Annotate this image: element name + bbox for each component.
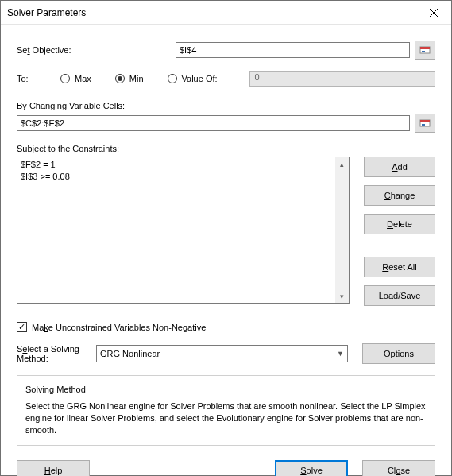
changing-cells-row xyxy=(17,114,435,133)
window-title: Solver Parameters xyxy=(7,7,86,18)
dialog-body: Set Objective: To: Max Min Value Of: xyxy=(1,25,451,452)
set-objective-label: Set Objective: xyxy=(17,45,176,55)
title-bar: Solver Parameters xyxy=(1,1,451,25)
constraints-label: Subject to the Constraints: xyxy=(17,144,435,153)
constraint-item[interactable]: $I$3 >= 0.08 xyxy=(21,171,346,183)
solver-parameters-dialog: { "window": { "title": "Solver Parameter… xyxy=(0,0,452,476)
groupbox-title: Solving Method xyxy=(25,384,427,396)
set-objective-input[interactable] xyxy=(176,42,410,58)
unconstrained-nonnegative-checkbox[interactable] xyxy=(17,322,27,332)
changing-cells-label: By Changing Variable Cells: xyxy=(17,101,435,110)
range-picker-icon xyxy=(419,118,431,129)
svg-rect-6 xyxy=(420,120,430,122)
solving-method-dropdown[interactable]: GRG Nonlinear ▼ xyxy=(96,345,348,362)
solve-button[interactable]: Solve xyxy=(275,460,348,476)
options-button[interactable]: Options xyxy=(362,343,435,364)
radio-max[interactable]: Max xyxy=(60,74,91,83)
help-button[interactable]: Help xyxy=(17,460,90,476)
svg-rect-4 xyxy=(422,51,425,52)
unconstrained-nonnegative-label: Make Unconstrained Variables Non-Negativ… xyxy=(32,323,206,332)
change-button[interactable]: Change xyxy=(364,185,435,206)
close-icon xyxy=(430,9,438,17)
solving-method-groupbox: Solving Method Select the GRG Nonlinear … xyxy=(17,375,435,446)
changing-cells-input[interactable] xyxy=(17,115,410,131)
scrollbar[interactable]: ▴ ▾ xyxy=(335,157,349,303)
objective-range-picker-button[interactable] xyxy=(415,41,435,60)
solving-method-value: GRG Nonlinear xyxy=(100,349,160,358)
radio-icon xyxy=(60,74,70,83)
radio-icon xyxy=(168,74,177,83)
constraint-item[interactable]: $F$2 = 1 xyxy=(21,159,346,171)
value-of-input: 0 xyxy=(249,71,435,87)
svg-rect-7 xyxy=(422,124,425,126)
close-button[interactable]: Close xyxy=(362,460,435,476)
add-button[interactable]: Add xyxy=(364,157,435,177)
constraints-area: $F$2 = 1 $I$3 >= 0.08 ▴ ▾ Add Change Del… xyxy=(17,157,435,314)
svg-rect-3 xyxy=(420,47,430,49)
to-row: To: Max Min Value Of: 0 xyxy=(17,71,435,87)
solving-method-row: Select a Solving Method: GRG Nonlinear ▼… xyxy=(17,343,435,364)
reset-all-button[interactable]: Reset All xyxy=(364,257,435,277)
radio-icon xyxy=(115,74,125,83)
dialog-footer: Help Solve Close xyxy=(1,452,451,476)
chevron-down-icon: ▼ xyxy=(337,350,344,358)
constraints-buttons: Add Change Delete Reset All Load/Save xyxy=(364,157,435,314)
radio-min[interactable]: Min xyxy=(115,74,144,83)
scroll-down-icon: ▾ xyxy=(335,289,349,303)
load-save-button[interactable]: Load/Save xyxy=(364,285,435,306)
range-picker-icon xyxy=(419,45,431,56)
close-window-button[interactable] xyxy=(415,1,451,24)
constraints-listbox[interactable]: $F$2 = 1 $I$3 >= 0.08 ▴ ▾ xyxy=(17,157,350,304)
delete-button[interactable]: Delete xyxy=(364,214,435,234)
unconstrained-nonnegative-row: Make Unconstrained Variables Non-Negativ… xyxy=(17,322,435,332)
changing-cells-range-picker-button[interactable] xyxy=(415,114,435,133)
scroll-up-icon: ▴ xyxy=(335,157,349,171)
to-label: To: xyxy=(17,74,60,83)
solving-method-label: Select a Solving Method: xyxy=(17,344,96,363)
set-objective-row: Set Objective: xyxy=(17,41,435,60)
radio-value-of[interactable]: Value Of: xyxy=(168,74,218,83)
groupbox-text: Select the GRG Nonlinear engine for Solv… xyxy=(25,401,427,436)
